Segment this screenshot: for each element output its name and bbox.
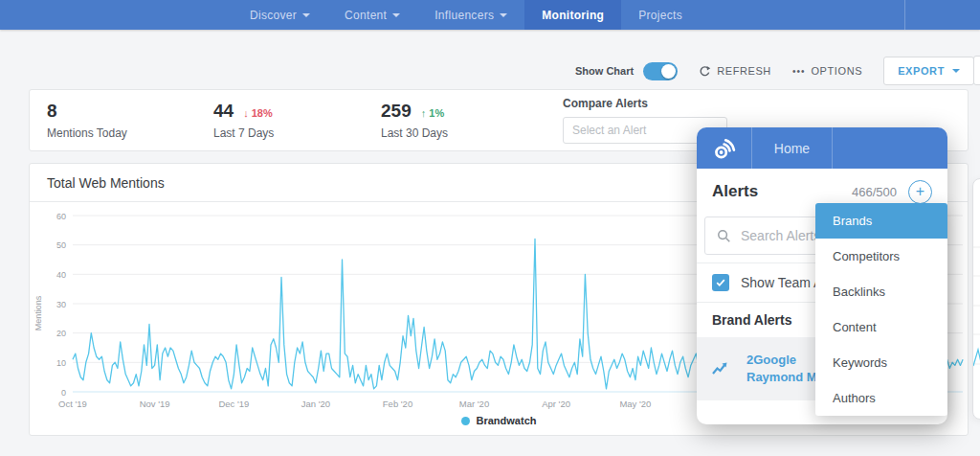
show-chart-label: Show Chart bbox=[575, 65, 634, 77]
svg-text:30: 30 bbox=[56, 300, 66, 309]
stat-last-30-days: 259 ↑ 1% Last 30 Days bbox=[381, 101, 563, 140]
menu-item-brands[interactable]: Brands bbox=[815, 203, 947, 239]
svg-text:Nov '19: Nov '19 bbox=[140, 399, 170, 409]
top-navigation-bar: Discover Content Influencers Monitoring … bbox=[0, 0, 980, 30]
svg-text:Jan '20: Jan '20 bbox=[301, 399, 330, 409]
menu-item-authors[interactable]: Authors bbox=[815, 380, 947, 416]
svg-text:Feb '20: Feb '20 bbox=[383, 399, 412, 409]
check-icon bbox=[715, 277, 726, 288]
alert-text: 2Google Raymond M. bbox=[746, 353, 820, 385]
alerts-panel-header: Home bbox=[697, 127, 947, 169]
nav-menu: Discover Content Influencers Monitoring … bbox=[233, 0, 700, 30]
menu-item-label: Content bbox=[833, 320, 877, 334]
nav-item-monitoring[interactable]: Monitoring bbox=[524, 0, 621, 30]
svg-text:Dec '19: Dec '19 bbox=[218, 399, 249, 409]
chevron-down-icon bbox=[392, 13, 400, 17]
alerts-count: 466/500 bbox=[852, 185, 897, 199]
compare-alerts-label: Compare Alerts bbox=[563, 97, 727, 110]
nav-item-label: Monitoring bbox=[542, 9, 604, 22]
svg-text:Apr '20: Apr '20 bbox=[542, 399, 570, 409]
stat-value: 8 bbox=[47, 101, 57, 122]
nav-item-content[interactable]: Content bbox=[327, 0, 417, 30]
export-button[interactable]: EXPORT bbox=[883, 57, 974, 85]
brand-alerts-title: Brand Alerts bbox=[712, 312, 792, 328]
stat-last-7-days: 44 ↓ 18% Last 7 Days bbox=[213, 101, 381, 140]
stat-label: Mentions Today bbox=[47, 126, 213, 140]
nav-item-label: Content bbox=[345, 9, 387, 22]
legend-label: Brandwatch bbox=[477, 415, 537, 426]
menu-item-label: Competitors bbox=[833, 249, 900, 263]
menu-item-label: Authors bbox=[833, 391, 876, 405]
stat-value: 259 bbox=[381, 101, 412, 122]
refresh-button[interactable]: REFRESH bbox=[699, 65, 771, 78]
svg-text:60: 60 bbox=[56, 212, 66, 221]
alerts-title: Alerts bbox=[712, 182, 852, 201]
alert-name: 2Google bbox=[746, 353, 820, 368]
refresh-label: REFRESH bbox=[717, 65, 771, 77]
stat-mentions-today: 8 Mentions Today bbox=[47, 101, 213, 140]
partial-card bbox=[972, 178, 980, 420]
svg-text:40: 40 bbox=[56, 270, 66, 280]
plus-icon: + bbox=[916, 183, 924, 199]
menu-item-label: Brands bbox=[833, 214, 872, 228]
svg-text:0: 0 bbox=[61, 388, 66, 398]
chart-title: Total Web Mentions bbox=[47, 175, 165, 191]
arrow-down-icon: ↓ bbox=[243, 107, 249, 119]
dashboard-page: Discover Content Influencers Monitoring … bbox=[0, 0, 980, 456]
refresh-icon bbox=[699, 65, 711, 78]
search-icon bbox=[717, 229, 731, 243]
nav-item-label: Discover bbox=[250, 9, 297, 22]
stat-delta-value: 1% bbox=[429, 107, 444, 119]
menu-item-competitors[interactable]: Competitors bbox=[815, 239, 947, 274]
svg-text:Mar '20: Mar '20 bbox=[459, 399, 489, 409]
stat-delta-value: 18% bbox=[252, 107, 273, 119]
chevron-down-icon bbox=[952, 69, 960, 73]
partial-toolbar-button[interactable] bbox=[973, 56, 980, 85]
toggle-knob bbox=[661, 64, 676, 79]
options-label: OPTIONS bbox=[811, 65, 862, 77]
nav-divider bbox=[904, 0, 905, 30]
menu-item-content[interactable]: Content bbox=[815, 309, 947, 345]
nav-item-discover[interactable]: Discover bbox=[233, 0, 327, 30]
arrow-up-icon: ↑ bbox=[421, 107, 427, 119]
chevron-down-icon bbox=[500, 13, 507, 17]
show-chart-control: Show Chart bbox=[575, 62, 678, 80]
svg-text:20: 20 bbox=[56, 329, 66, 338]
nav-item-label: Influencers bbox=[434, 9, 494, 22]
menu-item-label: Backlinks bbox=[833, 285, 885, 299]
show-chart-toggle[interactable] bbox=[643, 62, 678, 80]
tab-home[interactable]: Home bbox=[752, 127, 833, 169]
stat-label: Last 7 Days bbox=[213, 126, 381, 140]
stat-value: 44 bbox=[213, 101, 234, 122]
svg-text:10: 10 bbox=[56, 358, 66, 368]
brandwatch-logo[interactable] bbox=[697, 127, 752, 169]
ellipsis-icon: ••• bbox=[792, 66, 806, 77]
home-label: Home bbox=[774, 141, 810, 156]
stat-delta-down: ↓ 18% bbox=[243, 107, 273, 119]
options-button[interactable]: ••• OPTIONS bbox=[792, 65, 862, 77]
nav-item-projects[interactable]: Projects bbox=[621, 0, 700, 30]
menu-item-backlinks[interactable]: Backlinks bbox=[815, 274, 947, 309]
stat-label: Last 30 Days bbox=[381, 126, 563, 140]
brandwatch-logo-icon bbox=[710, 135, 739, 161]
add-alert-button[interactable]: + bbox=[908, 180, 932, 204]
nav-item-influencers[interactable]: Influencers bbox=[417, 0, 524, 30]
export-label: EXPORT bbox=[898, 65, 945, 77]
nav-item-label: Projects bbox=[638, 9, 682, 22]
legend-dot-icon bbox=[461, 417, 470, 425]
chevron-down-icon bbox=[302, 13, 310, 17]
svg-text:50: 50 bbox=[56, 240, 66, 250]
alert-type-dropdown-menu: Brands Competitors Backlinks Content Key… bbox=[815, 203, 947, 416]
alert-owner: Raymond M. bbox=[746, 370, 820, 385]
chart-toolbar: Show Chart REFRESH ••• OPTIONS EXPORT bbox=[0, 56, 980, 86]
menu-item-keywords[interactable]: Keywords bbox=[815, 345, 947, 380]
svg-text:Mentions: Mentions bbox=[33, 295, 43, 331]
menu-item-label: Keywords bbox=[833, 355, 887, 370]
trending-up-icon bbox=[712, 361, 729, 376]
svg-text:May '20: May '20 bbox=[619, 399, 651, 409]
stat-delta-up: ↑ 1% bbox=[421, 107, 444, 119]
show-team-alerts-checkbox[interactable] bbox=[712, 274, 729, 291]
svg-text:Oct '19: Oct '19 bbox=[58, 399, 87, 409]
